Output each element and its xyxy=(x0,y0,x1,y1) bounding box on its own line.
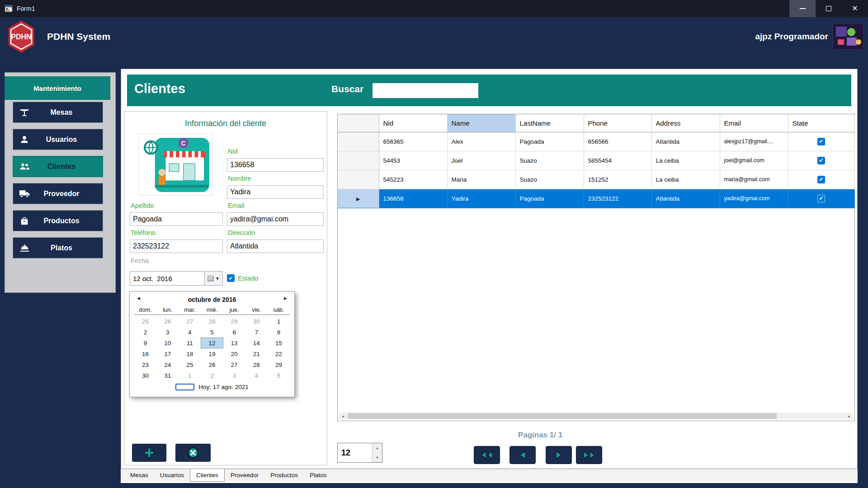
telefono-field[interactable] xyxy=(130,239,223,253)
calendar-day[interactable]: 20 xyxy=(223,348,245,359)
cell-phone[interactable]: 151252 xyxy=(584,170,651,189)
cell-address[interactable]: Atlantida xyxy=(651,189,720,208)
last-page-button[interactable] xyxy=(576,446,602,464)
calendar-day[interactable]: 18 xyxy=(179,348,201,359)
calendar-day[interactable]: 5 xyxy=(268,370,290,381)
page-size-decrement[interactable]: ▼ xyxy=(373,453,382,462)
page-size-input[interactable] xyxy=(338,443,372,462)
cell-state[interactable]: ✔ xyxy=(788,132,854,151)
calendar-day[interactable]: 3 xyxy=(223,370,245,381)
calendar-day[interactable]: 19 xyxy=(201,348,223,359)
calendar-day[interactable]: 29 xyxy=(268,359,290,370)
scrollbar-track[interactable] xyxy=(347,413,845,419)
cell-lastname[interactable]: Pagoada xyxy=(515,189,584,208)
grid-row[interactable]: 656365AlexPagoada656566Atlantidaalexjpz1… xyxy=(338,132,854,151)
column-header-state[interactable]: State xyxy=(788,114,854,132)
row-selector[interactable] xyxy=(338,170,379,189)
cell-nid[interactable]: 656365 xyxy=(379,132,447,151)
state-checkbox[interactable]: ✔ xyxy=(817,195,825,202)
sidebar-section-mantenimiento[interactable]: Mantenimiento xyxy=(5,76,110,100)
calendar-day[interactable]: 24 xyxy=(156,359,179,370)
minimize-button[interactable] xyxy=(789,0,816,17)
calendar-day[interactable]: 14 xyxy=(245,338,268,348)
calendar-day[interactable]: 21 xyxy=(245,348,268,359)
calendar-day[interactable]: 16 xyxy=(134,348,156,359)
calendar-day[interactable]: 15 xyxy=(268,338,290,348)
calendar-day[interactable]: 30 xyxy=(245,316,268,327)
search-input[interactable] xyxy=(373,83,478,98)
column-header-email[interactable]: Email xyxy=(720,114,788,132)
cell-nid[interactable]: 136658 xyxy=(379,189,447,208)
calendar-day[interactable]: 1 xyxy=(179,370,201,381)
state-checkbox[interactable]: ✔ xyxy=(817,138,825,145)
calendar-day[interactable]: 26 xyxy=(201,359,223,370)
nombre-field[interactable] xyxy=(227,185,324,199)
tab-mesas[interactable]: Mesas xyxy=(124,470,154,480)
grid-row[interactable]: 54453JoelSuazo5855454La ceibajoel@gmail.… xyxy=(338,151,854,170)
nid-field[interactable] xyxy=(227,158,324,172)
state-checkbox[interactable]: ✔ xyxy=(817,157,825,164)
cell-address[interactable]: La ceiba xyxy=(651,170,720,189)
calendar-today-label[interactable]: Hoy: 17 ago. 2021 xyxy=(198,384,248,390)
direccion-field[interactable] xyxy=(227,239,324,253)
sidebar-item-proveedor[interactable]: Proveedor xyxy=(13,183,103,204)
cell-lastname[interactable]: Suazo xyxy=(515,170,584,189)
cell-name[interactable]: Yadira xyxy=(447,189,515,208)
prev-page-button[interactable] xyxy=(509,446,536,464)
cancel-client-button[interactable] xyxy=(175,444,211,462)
row-selector[interactable] xyxy=(338,151,379,170)
cell-email[interactable]: joel@gmail.com xyxy=(720,151,788,170)
first-page-button[interactable] xyxy=(474,446,500,464)
scrollbar-thumb[interactable] xyxy=(348,413,777,419)
sidebar-item-productos[interactable]: Productos xyxy=(13,210,103,231)
maximize-button[interactable] xyxy=(816,0,842,17)
cell-name[interactable]: Alex xyxy=(447,132,515,151)
row-selector[interactable]: ▶ xyxy=(338,189,379,208)
column-header-phone[interactable]: Phone xyxy=(584,114,651,132)
column-header-name[interactable]: Name xyxy=(447,114,515,132)
row-selector[interactable] xyxy=(338,132,379,151)
calendar-day[interactable]: 5 xyxy=(201,327,223,338)
cell-phone[interactable]: 5855454 xyxy=(584,151,651,170)
calendar-day[interactable]: 22 xyxy=(268,348,290,359)
cell-state[interactable]: ✔ xyxy=(788,151,854,170)
grid-hscrollbar[interactable]: ◂ ▸ xyxy=(339,413,853,419)
tab-proveedor[interactable]: Proveedor xyxy=(225,470,264,480)
calendar-day[interactable]: 25 xyxy=(134,316,156,327)
sidebar-item-clientes[interactable]: Clientes xyxy=(13,156,103,177)
calendar-day[interactable]: 27 xyxy=(179,316,201,327)
calendar-day[interactable]: 13 xyxy=(223,338,245,348)
tab-usuarios[interactable]: Usuarios xyxy=(154,470,190,480)
calendar-day[interactable]: 12 xyxy=(201,338,223,348)
calendar-day[interactable]: 7 xyxy=(245,327,268,338)
calendar-day[interactable]: 17 xyxy=(156,348,179,359)
calendar-day[interactable]: 10 xyxy=(156,338,179,348)
page-size-increment[interactable]: ▲ xyxy=(373,443,382,453)
calendar-day[interactable]: 23 xyxy=(134,359,156,370)
calendar-day[interactable]: 2 xyxy=(134,327,156,338)
calendar-day[interactable]: 3 xyxy=(156,327,179,338)
fecha-dropdown-button[interactable]: ▼ xyxy=(205,271,223,286)
calendar-day[interactable]: 1 xyxy=(268,316,290,327)
cell-name[interactable]: Joel xyxy=(447,151,515,170)
calendar-day[interactable]: 9 xyxy=(134,338,156,348)
fecha-field[interactable] xyxy=(130,271,205,286)
cell-lastname[interactable]: Suazo xyxy=(515,151,584,170)
cell-phone[interactable]: 232523122 xyxy=(584,189,651,208)
calendar-day[interactable]: 28 xyxy=(201,316,223,327)
cell-email[interactable]: maria@gmail.com xyxy=(720,170,788,189)
scroll-right-icon[interactable]: ▸ xyxy=(845,413,853,419)
grid-row[interactable]: ▶136658YadiraPagoada232523122Atlantidaya… xyxy=(338,189,854,208)
tab-platos[interactable]: Platos xyxy=(304,470,333,480)
cell-nid[interactable]: 545223 xyxy=(379,170,447,189)
add-client-button[interactable] xyxy=(132,444,166,462)
cell-state[interactable]: ✔ xyxy=(788,170,854,189)
calendar-day[interactable]: 25 xyxy=(179,359,201,370)
state-checkbox[interactable]: ✔ xyxy=(817,176,825,183)
close-button[interactable]: ✕ xyxy=(842,0,868,17)
calendar-day[interactable]: 26 xyxy=(156,316,179,327)
calendar-next-button[interactable]: ► xyxy=(283,296,288,301)
calendar-day[interactable]: 31 xyxy=(156,370,179,381)
calendar-day[interactable]: 6 xyxy=(223,327,245,338)
column-header-lastname[interactable]: LastName xyxy=(515,114,584,132)
